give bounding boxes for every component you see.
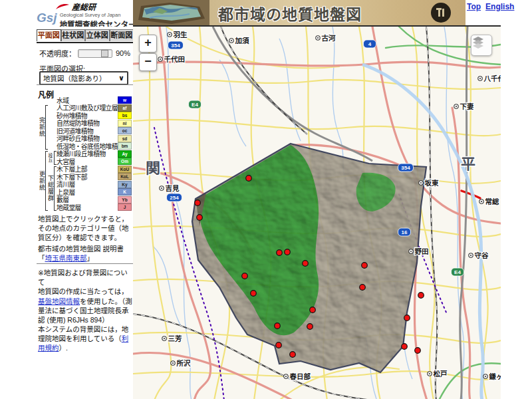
tab-立体図[interactable]: 立体図 bbox=[85, 29, 110, 41]
legend-color-swatch: KoU bbox=[118, 166, 132, 173]
legend-color-swatch: Ay bbox=[118, 150, 132, 158]
zoom-out-button[interactable]: − bbox=[139, 53, 157, 71]
survey-point-marker[interactable] bbox=[290, 352, 296, 358]
city-symbol-dot bbox=[481, 201, 482, 202]
city-name: 鎌ヶ谷 bbox=[489, 372, 501, 380]
survey-point-marker[interactable] bbox=[360, 285, 366, 291]
route-shield: 254 bbox=[167, 194, 182, 201]
route-shield: 354 bbox=[398, 164, 414, 172]
survey-point-marker[interactable] bbox=[197, 215, 203, 221]
legend-color-swatch: J bbox=[118, 203, 132, 211]
survey-point-marker[interactable] bbox=[362, 263, 368, 269]
survey-point-marker[interactable] bbox=[404, 315, 410, 321]
city-symbol-dot bbox=[456, 106, 457, 107]
legend-color-swatch: Om bbox=[118, 158, 132, 165]
city-name: 所沢 bbox=[177, 359, 191, 367]
legend-group-label: 完新統 bbox=[38, 117, 47, 137]
city-name: 古河 bbox=[322, 34, 336, 42]
aist-logo-icon bbox=[55, 3, 70, 10]
kiban-map-link[interactable]: 基盤地図情報 bbox=[38, 297, 80, 305]
city-symbol-dot bbox=[285, 376, 287, 377]
city-name: 吉見 bbox=[166, 184, 180, 192]
legend-color-swatch: oc bbox=[118, 127, 132, 134]
survey-point-marker[interactable] bbox=[402, 344, 408, 350]
legend-color-swatch: KoL bbox=[118, 173, 132, 180]
note-title: ※地質図および背景図について bbox=[38, 269, 128, 286]
survey-point-marker[interactable] bbox=[418, 293, 424, 299]
top-links: TopEnglish bbox=[467, 2, 519, 11]
survey-point-marker[interactable] bbox=[275, 323, 281, 329]
city-symbol-dot bbox=[429, 373, 430, 374]
route-shield: 4 bbox=[364, 40, 376, 48]
survey-point-marker[interactable] bbox=[285, 249, 291, 255]
route-shield: 16 bbox=[398, 228, 411, 236]
city-symbol-dot bbox=[161, 188, 162, 189]
survey-point-marker[interactable] bbox=[251, 291, 257, 297]
aist-logo-text: 産総研 bbox=[72, 1, 96, 12]
legend-group-bracket bbox=[54, 151, 57, 165]
site-banner: 都市域の地質地盤図 bbox=[133, 0, 466, 25]
city-name: 羽生 bbox=[174, 31, 188, 39]
survey-point-marker[interactable] bbox=[415, 348, 421, 354]
tab-柱状図[interactable]: 柱状図 bbox=[61, 29, 86, 41]
route-shield-number: 354 bbox=[171, 43, 180, 49]
page: 産総研 Gsj Geological Survey of Japan 地質調査総… bbox=[0, 0, 532, 399]
note-block: ※地質図および背景図について 地質図の作成に当たっては，基盤地図情報を使用した。… bbox=[38, 268, 132, 353]
legend-color-swatch: Ky bbox=[118, 181, 132, 188]
click-hint-text: 地質図上でクリックすると，その地点のカテゴリー値（地質区分）を確認できます。 bbox=[38, 214, 132, 243]
route-shield-number: 354 bbox=[401, 165, 410, 171]
region-label: 平 bbox=[461, 156, 475, 172]
city-name: 八千代 bbox=[483, 74, 501, 82]
map-viewport[interactable]: 354254E4435416E4羽生加須古河八千代下妻千代田吉見坂東常総野田守谷… bbox=[133, 25, 501, 399]
survey-point-marker[interactable] bbox=[246, 176, 252, 182]
manual-link[interactable]: 埼玉県南東部 bbox=[45, 254, 87, 262]
survey-point-marker[interactable] bbox=[303, 261, 309, 267]
route-shield: E4 bbox=[189, 100, 201, 108]
plan-select-dropdown[interactable]: 地質図（陰影あり） ∨ bbox=[39, 71, 128, 85]
city-name: 三芳 bbox=[168, 334, 182, 342]
legend-item: 地蔵堂層J bbox=[57, 203, 134, 211]
zoom-in-button[interactable]: + bbox=[139, 35, 157, 53]
note-text: ）. bbox=[59, 344, 68, 352]
survey-point-marker[interactable] bbox=[195, 200, 201, 206]
city-name: 春日部 bbox=[290, 372, 311, 380]
survey-point-marker[interactable] bbox=[277, 250, 283, 256]
legend-color-swatch: af bbox=[118, 104, 132, 112]
divider bbox=[37, 84, 134, 85]
survey-point-marker[interactable] bbox=[276, 342, 282, 348]
city-symbol-dot bbox=[317, 37, 319, 39]
legend-color-swatch: bm bbox=[118, 142, 132, 150]
tab-断面図[interactable]: 断面図 bbox=[110, 29, 134, 41]
bracket: 」 bbox=[87, 254, 94, 262]
layers-icon bbox=[471, 35, 485, 49]
gsj-name-en: Geological Survey of Japan bbox=[60, 12, 136, 18]
sidebar: 平面図柱状図立体図断面図 不透明度： 90% 平面図の選択: 地質図（陰影あり）… bbox=[37, 27, 134, 399]
route-shield: E4 bbox=[452, 268, 464, 276]
route-shield-number: 16 bbox=[402, 229, 408, 235]
city-name: 坂東 bbox=[425, 179, 439, 187]
tab-平面図[interactable]: 平面図 bbox=[37, 29, 61, 41]
opacity-slider[interactable] bbox=[78, 49, 112, 58]
gsj-mark: Gsj bbox=[37, 12, 57, 24]
top-link[interactable]: Top bbox=[467, 2, 481, 11]
route-shield-number: E4 bbox=[192, 102, 198, 108]
legend-color-swatch: K bbox=[118, 188, 132, 196]
route-shield: 354 bbox=[168, 41, 184, 49]
survey-point-marker[interactable] bbox=[310, 307, 316, 313]
layers-button[interactable] bbox=[471, 35, 492, 56]
region-label: 関 bbox=[146, 160, 160, 176]
city-name: 守谷 bbox=[475, 251, 489, 259]
city-symbol-dot bbox=[485, 376, 486, 377]
survey-point-marker[interactable] bbox=[307, 324, 313, 330]
route-shield-number: 4 bbox=[368, 41, 372, 47]
gsj-logo[interactable]: 産総研 Gsj Geological Survey of Japan 地質調査総… bbox=[37, 1, 136, 25]
survey-point-marker[interactable] bbox=[242, 273, 248, 279]
opacity-slider-handle[interactable] bbox=[101, 50, 108, 57]
city-name: 下妻 bbox=[460, 102, 474, 110]
city-name: 千代田 bbox=[164, 55, 186, 63]
english-link[interactable]: English bbox=[485, 2, 514, 11]
header: 産総研 Gsj Geological Survey of Japan 地質調査総… bbox=[0, 0, 532, 25]
note-text: 地質図の作成に当たっては， bbox=[38, 287, 128, 295]
legend-color-swatch: nl bbox=[118, 120, 132, 127]
city-name: 松戸 bbox=[434, 370, 448, 378]
